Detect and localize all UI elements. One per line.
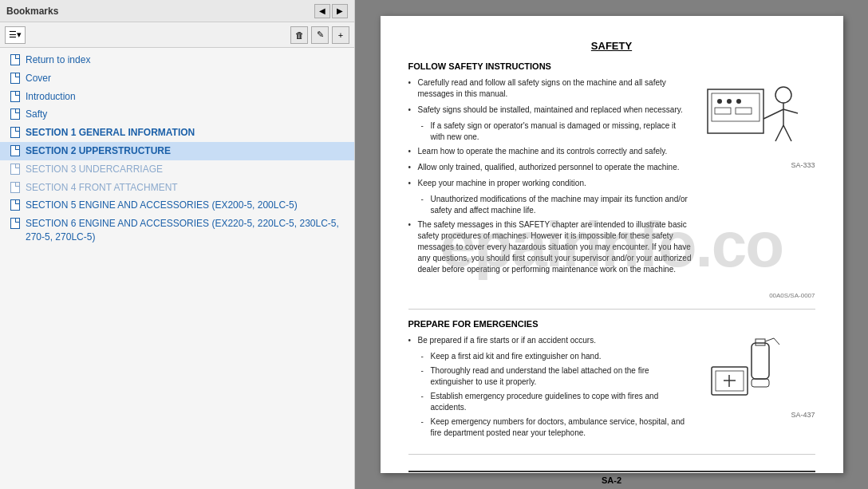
page-icon-section5: [10, 199, 21, 211]
edit-button[interactable]: ✎: [311, 26, 329, 44]
svg-line-10: [783, 109, 798, 113]
page-icon-section1: [10, 127, 21, 138]
bullet-6: • The safety messages in this SAFETY cha…: [408, 219, 692, 275]
delete-button[interactable]: 🗑: [290, 26, 308, 44]
svg-line-12: [783, 125, 791, 141]
svg-rect-14: [756, 339, 765, 345]
bookmark-section6[interactable]: SECTION 6 ENGINE AND ACCESSORIES (EX220-…: [0, 215, 354, 246]
emergency-bullet-dot-4: -: [421, 416, 428, 428]
bullet-sub-dot-2: -: [421, 194, 428, 205]
bookmark-section2[interactable]: SECTION 2 UPPERSTRUCTURE: [0, 142, 354, 160]
emergency-image-col: SA-437: [704, 335, 815, 442]
bookmark-cover[interactable]: Cover: [0, 69, 354, 88]
bookmark-label-safty: Safty: [26, 108, 348, 121]
bookmark-section4[interactable]: SECTION 4 FRONT ATTACHMENT: [0, 179, 354, 197]
svg-rect-5: [715, 108, 731, 114]
bookmarks-header: Bookmarks ◀ ▶: [0, 0, 354, 22]
bookmark-label-cover: Cover: [26, 72, 348, 85]
bookmark-label-section1: SECTION 1 GENERAL INFORMATION: [26, 126, 348, 140]
bullet-sub-2: - Unauthorized modifications of the mach…: [421, 194, 692, 216]
emergency-bullet-text-3: Establish emergency procedure guidelines…: [431, 391, 692, 413]
doc-footer: SA-2: [408, 471, 815, 485]
bullet-sub-text-1: If a safety sign or operator's manual is…: [431, 120, 692, 143]
emergency-intro-text: Be prepared if a fire starts or if an ac…: [418, 335, 596, 346]
bullet-3: • Learn how to operate the machine and i…: [408, 146, 692, 157]
doc-content: SAFETY FOLLOW SAFETY INSTRUCTIONS • Care…: [408, 40, 815, 485]
svg-line-15: [765, 338, 774, 341]
bullet-4: • Allow only trained, qualified, authori…: [408, 162, 692, 173]
add-button[interactable]: +: [332, 26, 349, 44]
bullet-text-5: Keep your machine in proper working cond…: [418, 178, 586, 189]
svg-point-3: [727, 99, 732, 104]
bullet-2: • Safety signs should be installed, main…: [408, 105, 692, 116]
bullet-sub-text-2: Unauthorized modifications of the machin…: [431, 194, 692, 216]
bullet-dot-1: •: [408, 77, 415, 89]
svg-rect-6: [736, 108, 752, 114]
page-icon-safty: [10, 108, 21, 120]
bullet-1: • Carefully read and follow all safety s…: [408, 77, 692, 100]
svg-line-9: [763, 109, 783, 119]
header-nav-buttons: ◀ ▶: [314, 4, 348, 18]
bookmark-return-to-index[interactable]: Return to index: [0, 51, 354, 69]
page-icon-section4: [10, 182, 21, 193]
safety-text-col: • Carefully read and follow all safety s…: [408, 77, 692, 280]
svg-rect-13: [752, 343, 769, 379]
bullet-sub-dot-1: -: [421, 120, 428, 132]
emergency-bullet-dot-2: -: [421, 365, 428, 377]
dropdown-icon: ☰: [9, 30, 17, 40]
bookmark-introduction[interactable]: Introduction: [0, 88, 354, 106]
bullet-sub-1: - If a safety sign or operator's manual …: [421, 120, 692, 143]
safety-image-caption: SA-333: [704, 161, 815, 169]
bullet-dot-6: •: [408, 219, 415, 231]
svg-point-7: [775, 87, 791, 103]
bullet-text-1: Carefully read and follow all safety sig…: [418, 77, 692, 100]
emergency-bullet-text-2: Thoroughly read and understand the label…: [431, 365, 692, 388]
svg-line-16: [774, 338, 779, 345]
bookmark-section1[interactable]: SECTION 1 GENERAL INFORMATION: [0, 124, 354, 142]
document-panel: epairinfo.co SAFETY FOLLOW SAFETY INSTRU…: [355, 0, 868, 489]
bookmark-section3[interactable]: SECTION 3 UNDERCARRIAGE: [0, 160, 354, 179]
bookmark-label-section6: SECTION 6 ENGINE AND ACCESSORIES (EX220-…: [26, 217, 348, 244]
bookmark-label-return: Return to index: [26, 53, 348, 67]
bullet-5: • Keep your machine in proper working co…: [408, 178, 692, 189]
bookmark-label-section5: SECTION 5 ENGINE AND ACCESSORIES (EX200-…: [26, 199, 348, 212]
bookmarks-panel: Bookmarks ◀ ▶ ☰ ▾ 🗑 ✎ + Return to index …: [0, 0, 355, 489]
page-icon-return: [10, 54, 21, 65]
prepare-emergencies-heading: PREPARE FOR EMERGENCIES: [408, 319, 815, 329]
bullet-text-2: Safety signs should be installed, mainta…: [418, 105, 683, 116]
emergency-bullet-text-4: Keep emergency numbers for doctors, ambu…: [431, 416, 692, 439]
emergency-bullet-dot-3: -: [421, 391, 428, 402]
safety-image-col: SA-333: [704, 77, 815, 280]
page-icon-section6: [10, 218, 21, 229]
bullet-text-3: Learn how to operate the machine and its…: [418, 146, 668, 157]
nav-prev-button[interactable]: ◀: [314, 4, 330, 18]
bullet-dot-3: •: [408, 146, 415, 157]
page-icon-section2: [10, 145, 21, 156]
bookmarks-list: Return to index Cover Introduction Safty…: [0, 48, 354, 489]
bullet-dot-4: •: [408, 162, 415, 173]
section-separator: [408, 309, 815, 310]
emergency-text-col: • Be prepared if a fire starts or if an …: [408, 335, 692, 442]
bookmark-label-section4: SECTION 4 FRONT ATTACHMENT: [26, 181, 348, 195]
document-page: epairinfo.co SAFETY FOLLOW SAFETY INSTRU…: [381, 16, 843, 473]
bookmark-label-introduction: Introduction: [26, 90, 348, 104]
bullet-text-4: Allow only trained, qualified, authorize…: [418, 162, 680, 173]
section1-page-ref: 00A0S/SA-0007: [408, 292, 815, 299]
bookmark-section5[interactable]: SECTION 5 ENGINE AND ACCESSORIES (EX200-…: [0, 196, 354, 215]
svg-rect-17: [752, 379, 769, 387]
nav-next-button[interactable]: ▶: [332, 4, 348, 18]
svg-point-2: [717, 99, 722, 104]
doc-body-emergency: • Be prepared if a fire starts or if an …: [408, 335, 815, 442]
emergency-image-caption: SA-437: [704, 411, 815, 419]
bullet-text-6: The safety messages in this SAFETY chapt…: [418, 219, 692, 275]
footer-separator: [408, 454, 815, 455]
page-icon-introduction: [10, 91, 21, 102]
svg-line-11: [775, 125, 783, 141]
bookmark-safty[interactable]: Safty: [0, 105, 354, 124]
page-icon-section3: [10, 164, 21, 175]
document-scroll[interactable]: epairinfo.co SAFETY FOLLOW SAFETY INSTRU…: [355, 0, 868, 489]
bullet-dot-5: •: [408, 178, 415, 189]
toolbar: ☰ ▾ 🗑 ✎ +: [0, 22, 354, 48]
dropdown-arrow: ▾: [17, 30, 22, 40]
toolbar-dropdown[interactable]: ☰ ▾: [5, 26, 26, 44]
